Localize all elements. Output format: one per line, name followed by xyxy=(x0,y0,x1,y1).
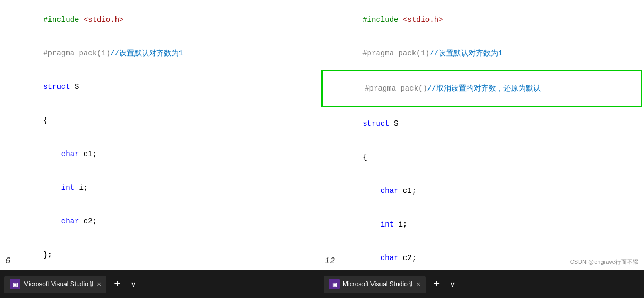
code-line: int i; xyxy=(0,171,319,205)
code-line: struct S xyxy=(319,107,644,141)
code-line: #include <stdio.h> xyxy=(0,3,319,37)
code-line: char c2; xyxy=(0,205,319,238)
code-line: #include <stdio.h> xyxy=(319,3,644,37)
left-taskbar-chevron[interactable]: ∨ xyxy=(128,280,138,289)
code-line: #pragma pack(1)//设置默认对齐数为1 xyxy=(319,37,644,70)
right-panel: #include <stdio.h> #pragma pack(1)//设置默认… xyxy=(319,0,644,298)
code-line: #pragma pack(1)//设置默认对齐数为1 xyxy=(0,37,319,70)
code-line-highlighted: #pragma pack()//取消设置的对齐数，还原为默认 xyxy=(321,70,642,107)
code-line: char c1; xyxy=(319,174,644,208)
left-taskbar: ▣ Microsoft Visual Studio 调试控 × + ∨ xyxy=(0,270,319,298)
watermark: CSDN @engrave行而不辍 xyxy=(570,258,639,266)
left-taskbar-item[interactable]: ▣ Microsoft Visual Studio 调试控 × xyxy=(4,276,106,293)
left-page-number: 6 xyxy=(5,256,11,266)
vs-icon: ▣ xyxy=(10,279,20,289)
code-line: { xyxy=(319,141,644,174)
right-taskbar-close-btn[interactable]: × xyxy=(416,280,420,288)
code-line: char c1; xyxy=(0,138,319,171)
right-taskbar: ▣ Microsoft Visual Studio 调试控 × + ∨ xyxy=(319,270,644,298)
code-line: }; xyxy=(0,238,319,270)
code-line: struct S xyxy=(0,70,319,104)
taskbar-close-btn[interactable]: × xyxy=(97,280,101,288)
right-taskbar-item[interactable]: ▣ Microsoft Visual Studio 调试控 × xyxy=(324,276,426,293)
right-taskbar-title: Microsoft Visual Studio 调试控 xyxy=(343,280,412,289)
right-code-area: #include <stdio.h> #pragma pack(1)//设置默认… xyxy=(319,0,644,270)
code-line: int i; xyxy=(319,208,644,241)
left-code-area: #include <stdio.h> #pragma pack(1)//设置默认… xyxy=(0,0,319,270)
right-page-number: 12 xyxy=(325,256,335,266)
right-taskbar-chevron[interactable]: ∨ xyxy=(447,280,458,289)
taskbar-title: Microsoft Visual Studio 调试控 xyxy=(23,280,93,289)
right-taskbar-add[interactable]: + xyxy=(428,278,445,291)
code-line: { xyxy=(0,104,319,138)
left-taskbar-add[interactable]: + xyxy=(109,278,126,291)
left-panel: #include <stdio.h> #pragma pack(1)//设置默认… xyxy=(0,0,319,298)
vs-icon-right: ▣ xyxy=(329,279,340,289)
